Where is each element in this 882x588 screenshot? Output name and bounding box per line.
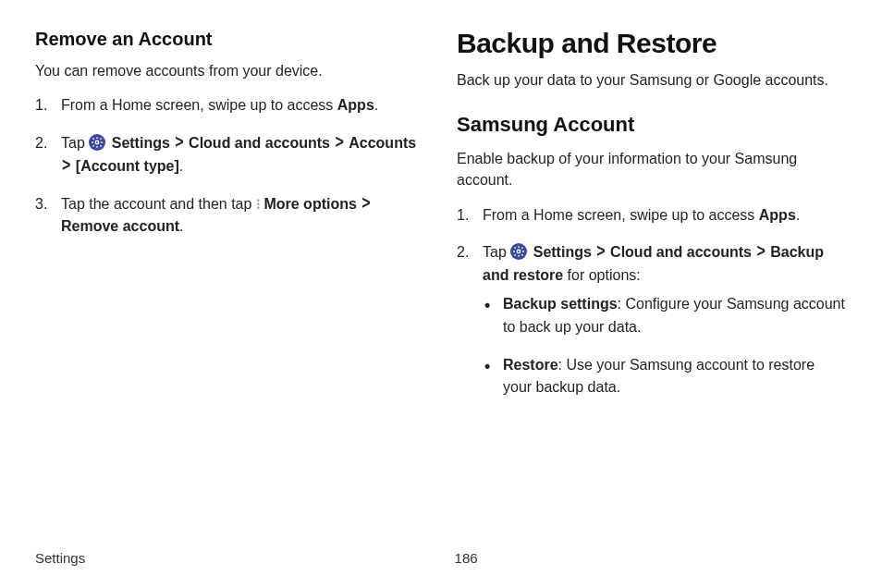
chevron-icon: > [361,189,370,218]
settings-bold: Settings [533,244,592,260]
chevron-icon: > [62,151,70,180]
step-1: From a Home screen, swipe up to access A… [35,94,425,117]
step-1-post: . [374,97,378,113]
right-column: Backup and Restore Back up your data to … [457,28,847,414]
footer-section: Settings [35,550,85,566]
bullet-backup-settings: Backup settings: Configure your Samsung … [483,293,847,339]
samsung-account-heading: Samsung Account [457,113,847,137]
cloud-bold: Cloud and accounts [189,135,330,151]
page-footer: Settings 186 [35,550,847,566]
accounts-bold: Accounts [349,135,416,151]
step-3-pre: Tap the account and then tap [61,196,256,212]
chevron-icon: > [596,237,605,266]
step-3-period: . [179,218,183,234]
backup-options-list: Backup settings: Configure your Samsung … [483,293,847,399]
more-options-bold: More options [263,196,356,212]
step-2-period: . [179,158,183,174]
settings-icon [510,243,527,260]
chevron-icon: > [335,128,343,157]
step-1-pre: From a Home screen, swipe up to access [61,97,337,113]
samsung-account-steps: From a Home screen, swipe up to access A… [457,204,847,400]
chevron-icon: > [175,128,183,157]
page-number: 186 [455,550,478,566]
step-1-post: . [796,207,800,223]
step-1-pre: From a Home screen, swipe up to access [483,207,759,223]
step-1: From a Home screen, swipe up to access A… [457,204,847,227]
step-2: Tap Settings > Cloud and accounts > Back… [457,241,847,399]
step-2-for: for options: [563,267,641,283]
backup-settings-bold: Backup settings [503,296,618,312]
backup-restore-title: Backup and Restore [457,28,847,58]
remove-account-heading: Remove an Account [35,28,425,50]
restore-bold: Restore [503,357,558,373]
settings-icon [89,134,105,151]
more-options-icon: ••• [257,200,258,210]
step-2-tap: Tap [61,135,89,151]
samsung-account-lead: Enable backup of your information to you… [457,148,847,190]
svg-point-1 [518,251,521,254]
bullet-restore: Restore: Use your Samsung account to res… [483,354,847,400]
remove-account-steps: From a Home screen, swipe up to access A… [35,94,425,239]
two-column-layout: Remove an Account You can remove account… [35,28,847,414]
step-3: Tap the account and then tap ••• More op… [35,193,425,239]
account-type-bold: [Account type] [76,158,179,174]
left-column: Remove an Account You can remove account… [35,28,425,414]
apps-bold: Apps [759,207,796,223]
svg-point-0 [96,141,100,144]
settings-bold: Settings [112,135,170,151]
step-2-tap: Tap [483,244,510,260]
cloud-bold: Cloud and accounts [610,244,752,260]
backup-restore-lead: Back up your data to your Samsung or Goo… [457,69,847,91]
remove-account-lead: You can remove accounts from your device… [35,60,425,81]
step-2: Tap Settings > Cloud and accounts > Acco… [35,132,425,178]
chevron-icon: > [756,237,765,266]
remove-account-bold: Remove account [61,218,179,234]
apps-bold: Apps [337,97,374,113]
